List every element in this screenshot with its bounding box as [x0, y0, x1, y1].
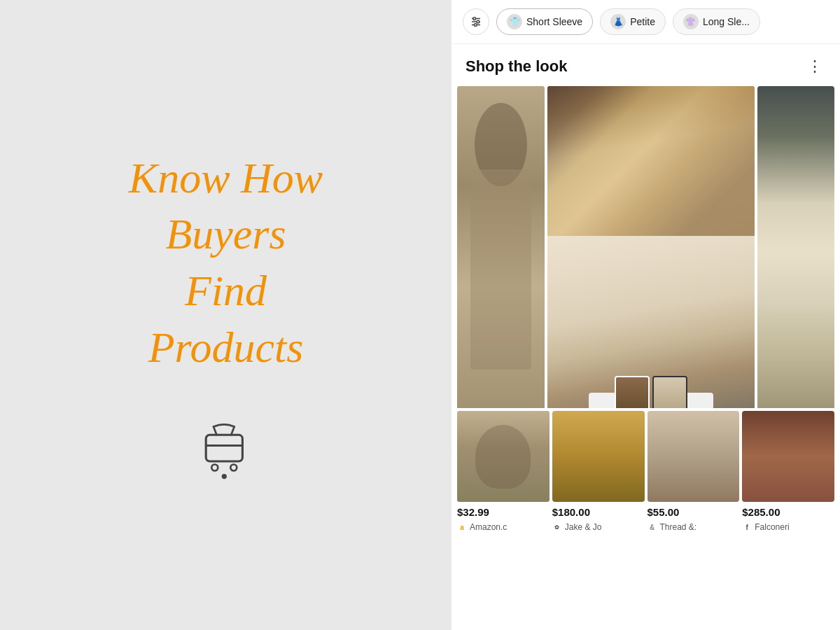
product-thumb-2[interactable]	[552, 411, 645, 502]
jake-logo: ✿	[552, 522, 562, 532]
product-price-2: $180.00	[552, 505, 645, 519]
product-source-label-2: Jake & Jo	[565, 522, 602, 532]
hero-line2: Buyers	[165, 210, 286, 258]
cart-icon	[195, 417, 258, 480]
left-panel: Know How Buyers Find Products	[0, 0, 451, 630]
product-source-label-4: Falconeri	[755, 522, 789, 532]
petite-icon: 👗	[610, 14, 626, 29]
bottom-section: $32.99 a Amazon.c $180.00 ✿ Jake & Jo	[451, 408, 840, 538]
image-thumbnails[interactable]	[615, 376, 687, 408]
more-options-button[interactable]: ⋮	[804, 55, 826, 78]
thumbnail-1[interactable]	[615, 376, 650, 408]
svg-point-7	[473, 18, 476, 20]
hero-line3: Find	[185, 267, 267, 314]
product-price-3: $55.00	[648, 505, 740, 519]
thread-logo: &	[648, 522, 657, 532]
amazon-logo: a	[457, 522, 467, 532]
long-sleeve-icon: 👚	[683, 14, 699, 29]
product-thumb-1[interactable]	[457, 411, 550, 502]
product-grid: $32.99 a Amazon.c $180.00 ✿ Jake & Jo	[457, 408, 834, 532]
product-item-1[interactable]: $32.99 a Amazon.c	[457, 411, 550, 532]
product-price-1: $32.99	[457, 505, 550, 519]
product-item-4[interactable]: $285.00 f Falconeri	[742, 411, 834, 532]
product-item-3[interactable]: $55.00 & Thread &:	[648, 411, 740, 532]
falcon-logo: f	[742, 522, 752, 532]
product-thumb-3[interactable]	[648, 411, 740, 502]
short-sleeve-icon: 👕	[507, 14, 522, 29]
filter-pill-petite[interactable]: 👗 Petite	[600, 8, 666, 35]
more-options-icon: ⋮	[807, 57, 822, 76]
product-source-3: & Thread &:	[648, 522, 740, 532]
svg-point-2	[230, 465, 237, 471]
product-image-right[interactable]	[757, 86, 834, 408]
filter-pill-long-sleeve-label: Long Sle...	[703, 16, 750, 27]
filter-pill-petite-label: Petite	[630, 16, 655, 27]
hero-line4: Products	[148, 323, 304, 371]
section-header: Shop the look ⋮	[451, 44, 840, 86]
cart-icon-wrapper	[195, 417, 258, 480]
product-source-1: a Amazon.c	[457, 522, 550, 532]
svg-point-8	[477, 20, 479, 23]
hero-line1: Know How	[129, 154, 323, 202]
product-price-4: $285.00	[742, 505, 834, 519]
thumbnail-2[interactable]	[652, 376, 687, 408]
product-thumb-4[interactable]	[742, 411, 834, 502]
svg-rect-0	[206, 435, 242, 461]
hero-text: Know How Buyers Find Products	[101, 150, 351, 375]
filter-pill-short-sleeve[interactable]: 👕 Short Sleeve	[496, 8, 593, 35]
section-title: Shop the look	[465, 57, 567, 76]
product-image-left[interactable]	[457, 86, 545, 408]
product-source-label-1: Amazon.c	[470, 522, 507, 532]
filter-pill-long-sleeve[interactable]: 👚 Long Sle...	[673, 8, 760, 35]
product-image-center[interactable]	[547, 86, 755, 408]
product-source-label-3: Thread &:	[660, 522, 697, 532]
svg-point-1	[211, 465, 218, 471]
product-source-4: f Falconeri	[742, 522, 834, 532]
product-item-2[interactable]: $180.00 ✿ Jake & Jo	[552, 411, 645, 532]
svg-point-9	[474, 24, 477, 27]
product-source-2: ✿ Jake & Jo	[552, 522, 645, 532]
main-images	[451, 86, 840, 408]
right-panel: 👕 Short Sleeve 👗 Petite 👚 Long Sle... Sh…	[451, 0, 840, 630]
filter-icon-button[interactable]	[463, 8, 489, 35]
svg-point-3	[221, 474, 226, 479]
filter-pill-short-sleeve-label: Short Sleeve	[526, 16, 582, 27]
filter-bar: 👕 Short Sleeve 👗 Petite 👚 Long Sle...	[451, 0, 840, 44]
